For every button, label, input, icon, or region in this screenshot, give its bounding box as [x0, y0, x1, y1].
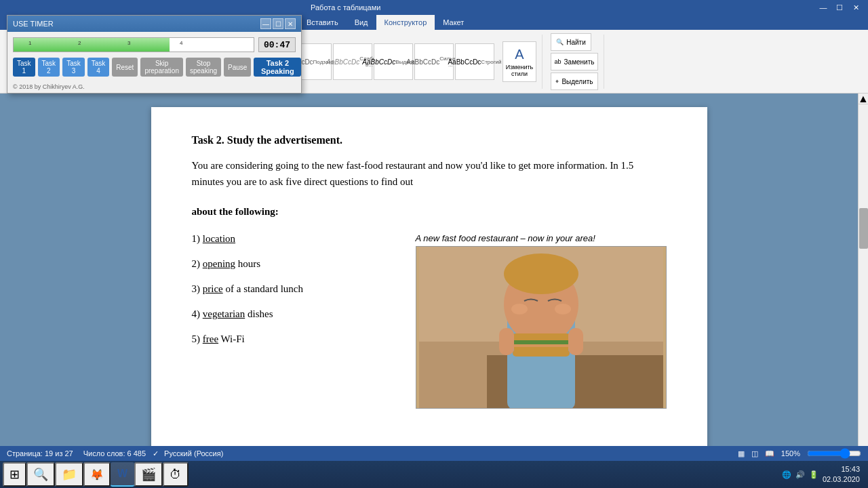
media-btn[interactable]: 🎬 — [134, 462, 163, 487]
change-styles-icon: A — [515, 47, 524, 62]
style-strict-btn[interactable]: AaBbCcDc Строгий — [455, 43, 494, 80]
timer-btn[interactable]: ⏱ — [163, 462, 189, 487]
scroll-thumb[interactable] — [859, 208, 868, 249]
battery-icon: 🔋 — [809, 470, 818, 479]
ribbon-tab-constructor[interactable]: Конструктор — [376, 15, 435, 30]
select-btn[interactable]: ⌖ Выделить — [551, 73, 598, 90]
close-btn[interactable]: ✕ — [849, 2, 863, 13]
zoom-level: 150% — [781, 449, 800, 458]
timer-buttons: Task 1 Task 2 Task 3 Task 4 Reset Skip p… — [13, 58, 296, 77]
timer-footer: © 2018 by Chikhiryev A.G. — [7, 82, 301, 93]
view-web-icon[interactable]: ◫ — [751, 449, 758, 458]
svg-point-6 — [511, 304, 528, 314]
list-area: 1) location 2) opening hours 3) price of… — [192, 233, 395, 359]
search-btn[interactable]: 🔍 — [26, 462, 55, 487]
timer-titlebar: USE TIMER — ☐ ✕ — [7, 16, 301, 32]
progress-bar: 1 2 3 4 — [13, 37, 254, 52]
svg-rect-13 — [499, 328, 514, 355]
timer-window: USE TIMER — ☐ ✕ 1 2 3 4 00:47 Task 1 Tas… — [7, 15, 302, 94]
tick-2: 2 — [78, 40, 81, 46]
view-normal-icon[interactable]: ▦ — [738, 449, 745, 458]
taskbar-right: 🌐 🔊 🔋 15:43 02.03.2020 — [782, 464, 865, 485]
minimize-btn[interactable]: — — [816, 2, 830, 13]
spell-check-icon: ✓ — [153, 449, 159, 458]
content-row: 1) location 2) opening hours 3) price of… — [192, 233, 667, 409]
zoom-slider[interactable] — [807, 448, 861, 459]
word-taskbar-app[interactable]: W — [111, 462, 134, 487]
progress-container: 1 2 3 4 00:47 — [13, 37, 296, 52]
page-info: Страница: 19 из 27 — [7, 449, 73, 458]
task3-btn[interactable]: Task 3 — [62, 58, 85, 77]
tick-3: 3 — [127, 40, 130, 46]
timer-display: 00:47 — [258, 37, 296, 52]
stop-speaking-btn[interactable]: Stop speaking — [186, 58, 221, 77]
task1-btn[interactable]: Task 1 — [13, 58, 35, 77]
doc-page: Task 2. Study the advertisement. You are… — [151, 107, 707, 473]
task-body-text: You are considering going to the new fas… — [192, 157, 667, 190]
task-title: Task 2. Study the advertisement. — [192, 134, 667, 146]
list-item: 1) location — [192, 233, 395, 245]
statusbar: Страница: 19 из 27 Число слов: 6 485 ✓ Р… — [0, 446, 868, 461]
task2-speaking-btn[interactable]: Task 2Speaking — [254, 58, 301, 77]
ribbon-tab-layout[interactable]: Макет — [435, 15, 472, 30]
pause-btn[interactable]: Pause — [224, 58, 251, 77]
burger-kid-illustration — [419, 247, 663, 408]
timer-close-btn[interactable]: ✕ — [285, 18, 296, 29]
item-free: free — [203, 333, 218, 344]
word-titlebar: Работа с таблицами — ☐ ✕ — [0, 0, 868, 15]
find-label: Найти — [566, 39, 586, 46]
find-replace-group: 🔍 Найти ab Заменить ⌖ Выделить — [545, 35, 604, 89]
word-app-icon: W — [117, 468, 127, 480]
task2-btn[interactable]: Task 2 — [38, 58, 60, 77]
word-count: Число слов: 6 485 — [83, 449, 146, 458]
firefox-btn[interactable]: 🦊 — [83, 462, 111, 487]
tick-1: 1 — [28, 40, 31, 46]
advertisement-box: A new fast food restaurant – now in your… — [416, 233, 667, 409]
change-styles-label: Изменить стили — [503, 64, 536, 77]
item-location: location — [203, 233, 235, 244]
item-price: price — [203, 283, 223, 294]
tick-4: 4 — [180, 40, 182, 46]
explorer-btn[interactable]: 📁 — [55, 462, 83, 487]
timer-minimize-btn[interactable]: — — [260, 18, 271, 29]
vertical-scrollbar[interactable]: ▲ ▼ — [858, 94, 868, 474]
scroll-up-btn[interactable]: ▲ — [859, 94, 868, 104]
timer-restore-btn[interactable]: ☐ — [273, 18, 283, 29]
ad-image — [416, 246, 667, 409]
replace-icon: ab — [555, 58, 561, 65]
date-display: 02.03.2020 — [823, 474, 860, 485]
search-icon: 🔍 — [556, 39, 564, 45]
ad-caption: A new fast food restaurant – now in your… — [416, 233, 667, 243]
replace-label: Заменить — [564, 58, 595, 66]
change-styles-btn[interactable]: A Изменить стили — [502, 41, 536, 82]
volume-icon: 🔊 — [795, 470, 805, 479]
svg-point-7 — [555, 304, 571, 314]
reset-btn[interactable]: Reset — [112, 58, 138, 77]
replace-btn[interactable]: ab Заменить — [551, 53, 598, 70]
taskbar-time: 15:43 02.03.2020 — [823, 464, 860, 485]
start-btn[interactable]: ⊞ — [3, 462, 26, 487]
select-icon: ⌖ — [555, 78, 559, 85]
list-item: 2) opening hours — [192, 258, 395, 270]
taskbar: ⊞ 🔍 📁 🦊 W 🎬 ⏱ 🌐 🔊 🔋 15:43 02.03.2020 — [0, 461, 868, 488]
progress-bar-fill — [14, 38, 170, 52]
word-app-title: Работа с таблицами — [5, 3, 380, 12]
task-body-text2: about the following: — [192, 203, 667, 220]
item-opening: opening — [203, 258, 235, 269]
list-item: 3) price of a standard lunch — [192, 283, 395, 295]
restore-btn[interactable]: ☐ — [833, 2, 846, 13]
document-area: Task 2. Study the advertisement. You are… — [0, 94, 858, 473]
list-item: 5) free Wi-Fi — [192, 333, 395, 345]
svg-rect-12 — [513, 350, 570, 357]
ribbon-tab-view[interactable]: Вид — [347, 15, 376, 30]
network-icon: 🌐 — [782, 470, 791, 479]
change-styles-group: A Изменить стили — [497, 35, 542, 89]
time-display: 15:43 — [823, 464, 860, 474]
task4-btn[interactable]: Task 4 — [87, 58, 110, 77]
skip-preparation-btn[interactable]: Skip preparation — [140, 58, 183, 77]
view-read-icon[interactable]: 📖 — [765, 449, 774, 458]
select-label: Выделить — [561, 78, 593, 85]
find-btn[interactable]: 🔍 Найти — [551, 33, 591, 51]
svg-point-5 — [504, 253, 578, 294]
ribbon-tab-insert[interactable]: Вставить — [298, 15, 347, 30]
